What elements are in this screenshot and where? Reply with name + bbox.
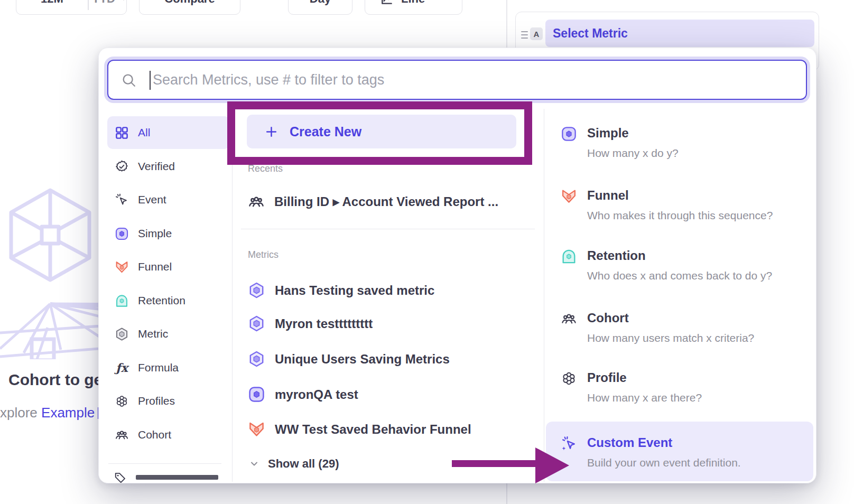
metric-list-item[interactable]: Myron testtttttttt — [248, 315, 373, 332]
recents-header: Recents — [248, 163, 283, 174]
type-option-profile[interactable]: Profile How many x are there? — [546, 362, 813, 413]
chevron-down-icon — [120, 0, 127, 3]
metric-item-label: Hans Testing saved metric — [275, 283, 434, 298]
type-option-funnel[interactable]: Funnel Who makes it through this sequenc… — [546, 180, 813, 230]
type-description: Who makes it through this sequence? — [587, 209, 773, 222]
grid-icon — [115, 126, 129, 140]
range-12m-button[interactable]: 12M — [16, 0, 88, 6]
sidebar-item-all[interactable]: All — [107, 116, 230, 149]
empty-state-explore-line: xplore Example — [0, 405, 100, 421]
select-metric-trigger[interactable]: Select Metric — [545, 20, 814, 47]
cohort-people-icon — [248, 193, 265, 210]
sidebar-item-label: Funnel — [138, 260, 172, 273]
type-description: How many x do y? — [587, 147, 679, 160]
series-a-badge: A — [530, 27, 543, 40]
metric-hex-purple-icon — [248, 350, 265, 368]
type-description: How many users match x criteria? — [587, 332, 754, 344]
cohort-people-icon — [561, 311, 577, 327]
profiles-icon — [115, 394, 129, 408]
sidebar-item-label: Verified — [138, 160, 175, 173]
explore-text-fragment: xplore — [0, 405, 38, 421]
simple-icon — [115, 227, 129, 241]
sidebar-divider — [108, 463, 221, 464]
interval-button[interactable]: Day — [288, 0, 352, 15]
sidebar-item-funnel[interactable]: Funnel — [107, 250, 230, 283]
chart-type-button[interactable]: Line — [365, 0, 462, 15]
annotation-arrow-icon — [452, 446, 571, 484]
drag-handle-icon[interactable] — [521, 29, 528, 41]
type-title: Cohort — [587, 311, 629, 325]
recent-item[interactable]: Billing ID ▸ Account Viewed Report ... — [248, 193, 498, 210]
sidebar-item-verified[interactable]: Verified — [107, 150, 230, 183]
metrics-header: Metrics — [248, 249, 279, 260]
select-metric-label: Select Metric — [553, 26, 628, 41]
search-input[interactable] — [108, 61, 806, 99]
retention-icon — [115, 294, 129, 308]
metric-hex-purple-icon — [248, 282, 265, 299]
retention-icon — [561, 248, 577, 265]
funnel-icon — [248, 421, 265, 438]
sidebar-item-label: Event — [138, 193, 166, 206]
recent-item-label: Billing ID ▸ Account Viewed Report ... — [274, 194, 498, 209]
sidebar-item-label: Formula — [138, 361, 179, 374]
interval-label: Day — [310, 0, 331, 6]
sidebar-item-formula[interactable]: ƒx Formula — [107, 351, 230, 384]
type-option-retention[interactable]: Retention Who does x and comes back to d… — [546, 240, 813, 291]
metric-list-item[interactable]: WW Test Saved Behavior Funnel — [248, 421, 471, 438]
type-option-cohort[interactable]: Cohort How many users match x criteria? — [546, 302, 813, 353]
sidebar-item-label: Metric — [138, 328, 168, 340]
sidebar-item-event[interactable]: Event — [107, 183, 230, 216]
type-description: How many x are there? — [587, 391, 702, 404]
simple-icon — [561, 126, 577, 142]
annotation-highlight-box — [227, 101, 532, 165]
formula-icon: ƒx — [115, 361, 129, 375]
sidebar-item-clipped[interactable] — [114, 471, 127, 483]
type-description: Build your own event definition. — [587, 456, 741, 469]
type-title: Profile — [587, 370, 627, 385]
metric-item-label: WW Test Saved Behavior Funnel — [275, 422, 471, 437]
compare-label: Compare — [164, 0, 215, 6]
empty-state-headline-fragment: Cohort to ge — [8, 371, 103, 389]
simple-icon — [248, 386, 265, 403]
chevron-down-icon — [249, 459, 259, 469]
date-range-control[interactable]: 12M YTD — [16, 0, 127, 15]
range-ytd-button[interactable]: YTD — [88, 0, 119, 6]
event-cursor-icon — [115, 193, 129, 207]
show-all-label: Show all (29) — [268, 457, 339, 471]
cohort-people-icon — [115, 428, 129, 442]
metric-list-item[interactable]: myronQA test — [248, 386, 358, 403]
sidebar-item-label: All — [138, 126, 150, 139]
type-option-simple[interactable]: Simple How many x do y? — [546, 117, 813, 168]
metric-hex-purple-icon — [248, 315, 265, 332]
type-title: Custom Event — [587, 435, 672, 450]
section-divider — [241, 229, 535, 229]
example-reports-link[interactable]: Example — [41, 405, 95, 421]
type-option-custom-event[interactable]: Custom Event Build your own event defini… — [546, 422, 813, 481]
sidebar-item-label: Profiles — [138, 395, 175, 407]
column-divider — [544, 109, 544, 482]
tag-icon — [114, 471, 127, 483]
metric-hex-icon — [115, 327, 129, 341]
sidebar-item-label: Retention — [138, 294, 185, 307]
funnel-icon — [115, 260, 129, 274]
sidebar-item-profiles[interactable]: Profiles — [107, 385, 230, 417]
type-title: Retention — [587, 248, 646, 263]
type-title: Simple — [587, 126, 629, 141]
sidebar-item-simple[interactable]: Simple — [107, 217, 230, 250]
metric-item-label: Myron testtttttttt — [275, 316, 373, 331]
compare-button[interactable]: Compare — [139, 0, 240, 15]
sidebar-item-retention[interactable]: Retention — [107, 284, 230, 317]
metric-list-item[interactable]: Unique Users Saving Metrics — [248, 350, 450, 368]
search-field[interactable] — [107, 60, 807, 100]
metric-item-label: myronQA test — [275, 387, 358, 402]
verified-badge-icon — [115, 160, 129, 174]
profiles-icon — [561, 370, 577, 387]
type-title: Funnel — [587, 188, 629, 203]
sidebar-item-cohort[interactable]: Cohort — [107, 418, 230, 451]
show-all-button[interactable]: Show all (29) — [249, 457, 339, 471]
sidebar-item-label: Cohort — [138, 428, 171, 441]
clipped-text-fragment — [136, 475, 218, 480]
sidebar-item-metric[interactable]: Metric — [107, 318, 230, 350]
sidebar-item-label: Simple — [138, 227, 172, 240]
metric-list-item[interactable]: Hans Testing saved metric — [248, 282, 434, 299]
